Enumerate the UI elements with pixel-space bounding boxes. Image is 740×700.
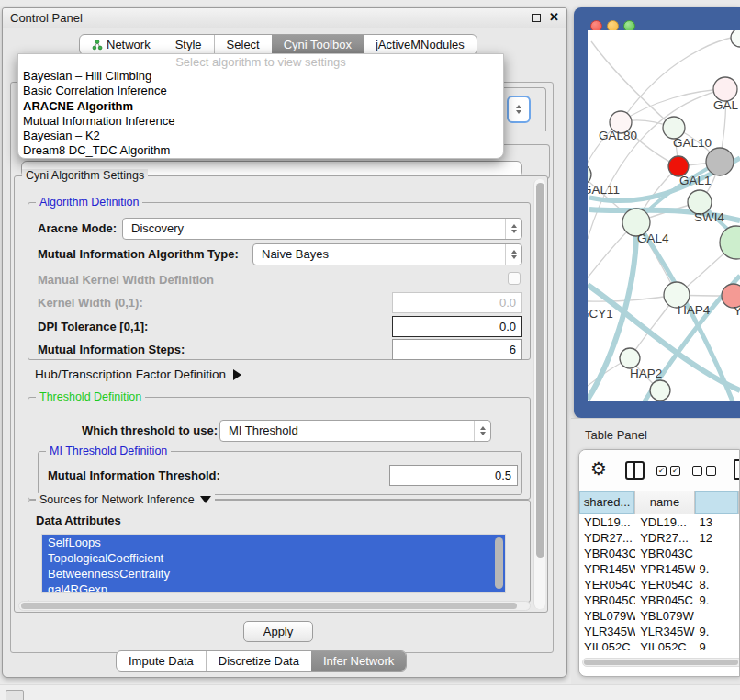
aracne-mode-combo[interactable]: Discovery — [122, 218, 522, 240]
bottom-tab-label: Discretize Data — [219, 654, 299, 668]
focused-combo-fragment[interactable] — [507, 96, 531, 123]
bottom-tab-infer-network[interactable]: Infer Network — [311, 651, 406, 671]
table-cell: YDL19... — [635, 514, 694, 530]
settings-scrollbar-track[interactable] — [533, 179, 545, 609]
settings-hscrollbar-thumb[interactable] — [21, 603, 517, 609]
tab-network[interactable]: Network — [80, 35, 163, 54]
table-cell — [695, 546, 740, 561]
algorithm-definition-title: Algorithm Definition — [36, 196, 142, 209]
combo-down-arrow-icon — [516, 110, 521, 114]
algorithm-option[interactable]: Dream8 DC_TDC Algorithm — [18, 143, 503, 158]
table-row[interactable]: YDL19...YDL19...13 — [579, 514, 739, 530]
table-row[interactable]: YPR145WYPR145W9. — [579, 561, 739, 577]
network-view-window: GALGAL80GAL10GAL1GAL11SWI4GAL4GCY1HAP4YH… — [574, 7, 740, 418]
tab-label: jActiveMNodules — [376, 38, 465, 51]
settings-scrollbar-thumb[interactable] — [536, 183, 544, 558]
table-cell: YDL19... — [579, 514, 635, 530]
mi-type-combo[interactable]: Naive Bayes — [252, 243, 522, 265]
minimized-panel-button[interactable] — [6, 690, 24, 700]
table-panel-title: Table Panel — [585, 428, 647, 442]
network-node[interactable] — [650, 380, 670, 401]
mi-threshold-field[interactable]: 0.5 — [389, 465, 518, 486]
algorithm-option[interactable]: ARACNE Algorithm — [18, 99, 503, 114]
table-window: ⚙ ✓✓ shared...name YDL19...YDL19...13YDR… — [578, 449, 740, 677]
network-node-label: GAL — [713, 98, 739, 112]
attribute-item[interactable]: SelfLoops — [42, 535, 505, 550]
apply-button[interactable]: Apply — [243, 621, 313, 642]
table-cell: YLR345W — [635, 624, 694, 639]
tab-style[interactable]: Style — [163, 35, 214, 54]
column-header[interactable]: shared... — [579, 491, 635, 514]
attribute-item[interactable]: TopologicalCoefficient — [42, 550, 505, 566]
settings-gear-icon[interactable]: ⚙ — [590, 457, 607, 480]
network-node[interactable] — [706, 148, 734, 175]
deselect-checkboxes-icon[interactable] — [692, 466, 716, 476]
network-node-label: SWI4 — [694, 210, 724, 224]
tab-select[interactable]: Select — [214, 35, 272, 54]
table-row[interactable]: YDR27...YDR27...12 — [579, 530, 739, 546]
bottom-tab-label: Impute Data — [129, 654, 194, 668]
combo-stepper-icon — [505, 244, 521, 265]
table-cell: 12 — [695, 530, 740, 546]
which-threshold-combo[interactable]: MI Threshold — [219, 420, 491, 442]
top-tab-bar: NetworkStyleSelectCyni ToolboxjActiveMNo… — [79, 34, 477, 55]
table-row[interactable]: YIL052CYIL052C9 — [579, 639, 739, 650]
algorithm-option[interactable]: Basic Correlation Inference — [18, 84, 503, 98]
table-cell: YDR27... — [579, 530, 635, 546]
tab-label: Style — [175, 38, 202, 51]
table-cell: YER054C — [635, 577, 694, 593]
list-scrollbar[interactable] — [495, 537, 503, 589]
network-node-label: GAL1 — [679, 174, 712, 187]
bottom-tab-impute-data[interactable]: Impute Data — [117, 651, 206, 671]
table-cell: YIL052C — [635, 639, 694, 650]
combo-stepper-icon — [505, 219, 521, 239]
split-pane-icon[interactable] — [625, 461, 645, 480]
attribute-item[interactable]: BetweennessCentrality — [42, 566, 505, 581]
algorithm-definition-fieldset: Algorithm Definition Aracne Mode: Discov… — [28, 202, 531, 360]
settings-hscrollbar-track[interactable] — [18, 601, 531, 611]
network-node[interactable] — [731, 30, 740, 47]
document-icon[interactable] — [734, 459, 740, 480]
table-row[interactable]: YER054CYER054C8. — [579, 577, 739, 593]
bottom-tab-discretize-data[interactable]: Discretize Data — [206, 651, 311, 671]
sources-fieldset: Sources for Network Inference Data Attri… — [28, 500, 531, 603]
table-cell: 13 — [695, 514, 740, 530]
manual-kernel-checkbox[interactable] — [508, 272, 521, 285]
network-node-label: GAL11 — [588, 183, 620, 197]
table-row[interactable]: YBL079WYBL079W — [579, 608, 739, 624]
group-title: Cyni Algorithm Settings — [22, 169, 148, 182]
network-canvas[interactable]: GALGAL80GAL10GAL1GAL11SWI4GAL4GCY1HAP4YH… — [588, 30, 740, 401]
table-cell: YBR045C — [635, 593, 694, 608]
kernel-width-field[interactable]: 0.0 — [392, 292, 522, 313]
data-attributes-label: Data Attributes — [36, 514, 121, 527]
dpi-tolerance-label: DPI Tolerance [0,1]: — [38, 320, 148, 333]
table-header-row: shared...name — [579, 491, 739, 514]
mi-steps-field[interactable]: 6 — [392, 339, 522, 360]
algorithm-option[interactable]: Mutual Information Inference — [18, 114, 503, 129]
mi-type-value: Naive Bayes — [262, 247, 329, 261]
table-row[interactable]: YLR345WYLR345W9. — [579, 624, 739, 639]
table-cell: YBR043C — [579, 546, 635, 561]
dpi-tolerance-field[interactable]: 0.0 — [392, 316, 522, 337]
table-cell: YBR045C — [579, 593, 635, 608]
table-row[interactable]: YBR045CYBR045C9. — [579, 593, 739, 608]
tab-cyni-toolbox[interactable]: Cyni Toolbox — [272, 35, 364, 54]
network-node-hap2[interactable] — [620, 348, 640, 368]
column-header[interactable]: name — [635, 491, 694, 514]
algorithm-option[interactable]: Bayesian – K2 — [18, 129, 503, 143]
hub-transcription-factor-section[interactable]: Hub/Transcription Factor Definition — [35, 367, 241, 381]
aracne-mode-value: Discovery — [131, 221, 184, 235]
table-cell: YBL079W — [635, 608, 694, 624]
column-header[interactable] — [695, 491, 739, 514]
select-all-checkboxes-icon[interactable]: ✓✓ — [656, 466, 680, 476]
table-cell — [695, 608, 740, 624]
algorithm-option[interactable]: Bayesian – Hill Climbing — [18, 69, 503, 84]
tab-jactivemnodules[interactable]: jActiveMNodules — [364, 35, 477, 54]
table-hscrollbar-track[interactable] — [582, 658, 740, 667]
table-hscrollbar-thumb[interactable] — [584, 660, 738, 665]
table-row[interactable]: YBR043CYBR043C — [579, 546, 739, 561]
close-icon[interactable]: ✕ — [549, 10, 559, 24]
attribute-item[interactable]: gal4RGexp — [42, 581, 505, 593]
table-cell: YBR043C — [635, 546, 694, 561]
float-window-icon[interactable] — [532, 14, 541, 22]
